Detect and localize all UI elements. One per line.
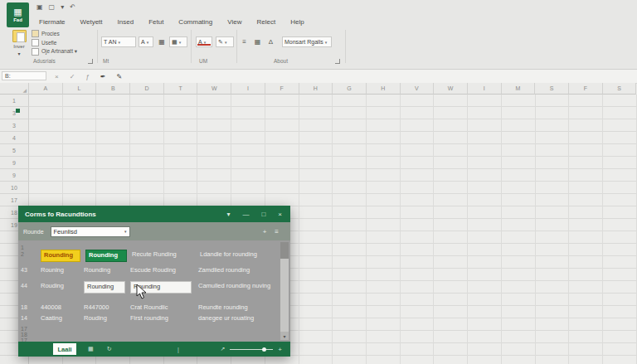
row-header-7[interactable]: 10	[0, 182, 29, 194]
dialog-cell[interactable]: Rounding	[84, 281, 125, 294]
column-header-8[interactable]: H	[299, 83, 333, 95]
row-header-21[interactable]	[0, 356, 29, 364]
column-header-13[interactable]: I	[468, 83, 502, 95]
close-icon[interactable]: ×	[278, 211, 282, 218]
minimize-icon[interactable]: —	[242, 211, 249, 218]
zoom-slider[interactable]	[230, 349, 273, 350]
column-header-15[interactable]: S	[535, 83, 569, 95]
enter-icon[interactable]: ✓	[70, 73, 75, 80]
add-icon[interactable]: +	[263, 228, 267, 235]
corner-triangle-icon: ◢	[22, 87, 27, 93]
undo-icon[interactable]: ↶	[70, 3, 75, 11]
cell-styles-dropdown[interactable]: Monsart Rgalls ▾	[282, 36, 332, 47]
tab-relect[interactable]: Relect	[249, 18, 283, 26]
column-header-11[interactable]: V	[401, 83, 435, 95]
sheet-tab[interactable]: Laali	[53, 343, 76, 355]
font-size-dropdown[interactable]: A ▾	[139, 36, 153, 47]
zoom-slider-knob[interactable]	[262, 347, 266, 352]
ribbon-item-procies[interactable]: Procies	[32, 29, 77, 37]
dialog-cell: Recute Runding	[132, 249, 193, 259]
zoom-mode-icon[interactable]: ↗	[220, 346, 225, 352]
column-headers: ALBDTWIFHGHVWIMSFS	[29, 83, 636, 95]
dialog-cell: Rouding	[84, 313, 125, 323]
dialog-grid: 12RoundingRoundingRecute RundingLdandle …	[18, 240, 290, 342]
dialog-cell: Camulled rounding nuving	[198, 280, 275, 290]
dialog-titlebar[interactable]: Corms fo Racundtions ▾—□×	[18, 206, 290, 222]
row-header-5[interactable]: 9	[0, 157, 29, 169]
row-header-2[interactable]: 3	[0, 119, 29, 132]
refresh-icon[interactable]: ↻	[107, 346, 112, 352]
dialog-cell	[130, 335, 192, 337]
font-color-dropdown[interactable]: A ▾	[196, 36, 212, 47]
column-header-4[interactable]: T	[164, 83, 198, 95]
dialog-row: 2RoundingRoundingRecute RundingLdandle f…	[18, 249, 290, 265]
column-header-16[interactable]: F	[569, 83, 603, 95]
ribbon-item-usefle[interactable]: Usefle	[32, 38, 77, 46]
column-header-12[interactable]: W	[434, 83, 468, 95]
tab-fiermate[interactable]: Fiermate	[32, 18, 73, 26]
column-header-5[interactable]: W	[197, 83, 231, 95]
row-header-8[interactable]: 17	[0, 194, 29, 206]
pin-icon[interactable]: ▾	[226, 211, 230, 218]
save-icon[interactable]: ▣	[36, 3, 43, 11]
column-header-14[interactable]: M	[502, 83, 536, 95]
dialog-row-number: 2	[18, 249, 36, 257]
row-header-6[interactable]: 9	[0, 169, 29, 182]
column-header-9[interactable]: G	[333, 83, 367, 95]
pencil-icon[interactable]: ✎	[117, 73, 123, 80]
column-header-3[interactable]: D	[130, 83, 164, 95]
align-lines-icon[interactable]: ≡	[239, 36, 250, 47]
column-header-10[interactable]: H	[367, 83, 401, 95]
row-header-4[interactable]: 5	[0, 144, 29, 157]
dialog-launcher-icon[interactable]	[335, 59, 340, 64]
column-header-2[interactable]: B	[96, 83, 130, 95]
column-header-6[interactable]: I	[231, 83, 265, 95]
rounded-dropdown[interactable]: Feunlisd ▾	[51, 226, 130, 237]
borders-dropdown[interactable]: ▦ ▾	[169, 36, 187, 47]
tab-insed[interactable]: Insed	[110, 18, 142, 26]
cancel-icon[interactable]: ×	[55, 73, 59, 80]
font-name-dropdown[interactable]: T AN ▾	[101, 36, 136, 47]
dialog-cell: R447000	[84, 302, 125, 312]
tab-wetyett[interactable]: Wetyett	[73, 18, 110, 26]
dialog-cell	[198, 335, 275, 337]
tab-commating[interactable]: Commating	[171, 18, 220, 26]
paste-button[interactable]: Inver ▾	[8, 30, 30, 60]
group-separator	[236, 30, 237, 63]
pen-icon[interactable]: ✒	[100, 73, 106, 80]
row-header-0[interactable]: 1	[0, 95, 29, 107]
group-separator	[97, 30, 98, 63]
file-button[interactable]: ▦ Fad	[7, 2, 29, 27]
pen-dropdown[interactable]: ✎ ▾	[216, 36, 234, 47]
grid-view-icon[interactable]: ▦	[88, 346, 94, 352]
caret-icon[interactable]: ▾	[61, 3, 64, 11]
column-header-7[interactable]: F	[265, 83, 299, 95]
font-color-label: A	[198, 39, 202, 45]
chevron-down-icon: ▾	[147, 40, 149, 45]
border-grid-icon[interactable]: ▦	[252, 36, 263, 47]
dialog-cell	[198, 242, 275, 245]
row-header-3[interactable]: 4	[0, 132, 29, 144]
book-icon[interactable]: ▢	[49, 3, 56, 11]
zoom-in-icon[interactable]: +	[278, 346, 282, 353]
row-header-1[interactable]: 3	[0, 107, 29, 119]
maximize-icon[interactable]: □	[261, 211, 265, 218]
column-header-0[interactable]: A	[29, 83, 63, 95]
ribbon-item-oje-artnanatt[interactable]: Oje Artnanatt ▾	[32, 47, 77, 56]
name-box[interactable]: B:	[2, 71, 46, 80]
fx-icon[interactable]: ƒ	[85, 73, 89, 80]
dialog-scrollbar[interactable]: ▾	[280, 242, 289, 340]
dialog-launcher-icon[interactable]	[88, 59, 93, 64]
scroll-down-icon[interactable]: ▾	[280, 332, 289, 340]
sheet-icon-button[interactable]: ▦	[156, 36, 168, 47]
tab-fetut[interactable]: Fetut	[141, 18, 171, 26]
tab-view[interactable]: View	[220, 18, 249, 26]
column-header-1[interactable]: L	[63, 83, 97, 95]
column-header-17[interactable]: S	[603, 83, 637, 95]
scrollbar-thumb[interactable]	[280, 242, 289, 259]
tab-help[interactable]: Help	[283, 18, 311, 26]
shape-delta-icon[interactable]: Δ	[265, 36, 276, 47]
menu-icon[interactable]: ≡	[275, 228, 279, 235]
select-all-corner[interactable]: ◢	[0, 83, 29, 95]
formula-bar[interactable]: B: ×✓ƒ✒✎	[0, 70, 637, 84]
